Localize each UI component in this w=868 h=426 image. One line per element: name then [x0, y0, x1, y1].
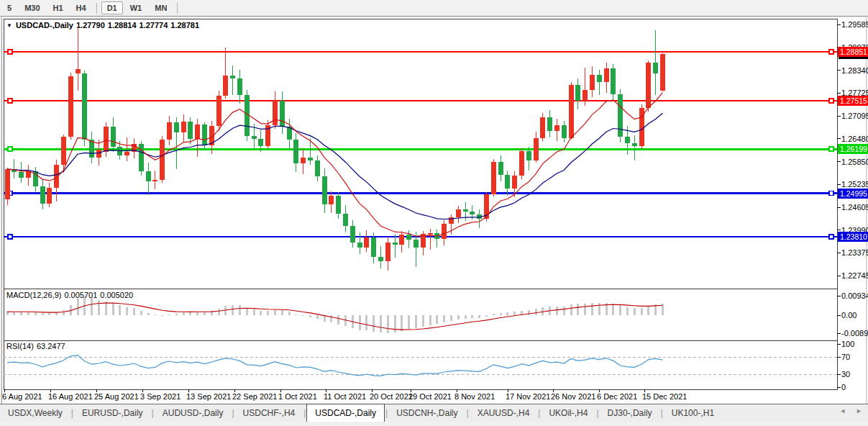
chart-tab-dj30-daily[interactable]: DJ30-,Daily — [600, 404, 660, 422]
line-handle[interactable] — [829, 235, 833, 239]
chart-tab-usdx-weekly[interactable]: USDX,Weekly — [0, 404, 70, 422]
candle-body-up — [181, 122, 186, 132]
line-handle[interactable] — [829, 147, 833, 151]
candle-body-down — [287, 127, 292, 139]
macd-histogram-bar — [6, 312, 9, 315]
candle-body-down — [653, 63, 658, 73]
timeframe-button-m30[interactable]: M30 — [19, 1, 45, 14]
date-axis-label: 6 Aug 2021 — [2, 392, 42, 401]
candle-body-up — [646, 63, 651, 108]
candle-body-down — [280, 101, 285, 127]
macd-histogram-bar — [147, 313, 150, 315]
timeframe-button-h4[interactable]: H4 — [70, 1, 92, 14]
candle-body-down — [618, 94, 623, 137]
price-axis-label: 1.22745 — [841, 271, 868, 280]
date-axis-label: 16 Aug 2021 — [48, 392, 93, 401]
rsi-axis-label: 100 — [841, 340, 854, 348]
candle-body-up — [519, 151, 524, 176]
candle-body-down — [40, 186, 45, 203]
macd-histogram-bar — [330, 315, 332, 322]
tab-scroll-left-icon[interactable]: ◄ — [839, 407, 846, 414]
candle-body-down — [378, 257, 383, 261]
candle-body-down — [393, 243, 398, 245]
candle-body-up — [61, 137, 66, 164]
symbol-dropdown-icon[interactable]: ▼ — [6, 22, 12, 29]
chart-tab-usdcnh-daily[interactable]: USDCNH-,Daily — [388, 404, 465, 422]
macd-histogram-bar — [112, 303, 114, 315]
level-price-label: 1.23810 — [840, 232, 867, 241]
candle-body-up — [554, 125, 559, 130]
macd-histogram-bar — [415, 315, 417, 328]
candle-body-down — [111, 127, 116, 147]
candle-body-up — [639, 108, 644, 146]
candle-body-up — [540, 117, 545, 138]
macd-histogram-bar — [105, 302, 107, 315]
date-axis-label: 17 Nov 2021 — [506, 392, 550, 401]
macd-histogram-bar — [126, 307, 128, 315]
chart-open-value: 1.27790 — [76, 21, 105, 30]
timeframe-button-mn[interactable]: MN — [149, 1, 173, 14]
line-handle[interactable] — [8, 50, 12, 54]
tab-scroll-right-icon[interactable]: ► — [856, 407, 862, 414]
chart-tab-uk100-h1[interactable]: UK100-,H1 — [664, 404, 722, 422]
line-handle[interactable] — [8, 235, 12, 239]
macd-histogram-bar — [161, 315, 163, 316]
macd-histogram-bar — [401, 315, 403, 331]
line-handle[interactable] — [829, 99, 833, 103]
candle-body-down — [258, 139, 263, 146]
macd-histogram-bar — [302, 315, 304, 316]
chart-tab-eurusd-daily[interactable]: EURUSD-,Daily — [74, 404, 151, 422]
macd-histogram-bar — [35, 312, 37, 315]
macd-histogram-bar — [232, 305, 234, 315]
timeframe-button-5[interactable]: 5 — [1, 1, 17, 14]
macd-histogram-bar — [422, 315, 424, 327]
macd-histogram-bar — [91, 297, 93, 315]
level-price-label: 1.24995 — [840, 189, 867, 198]
candle-body-up — [456, 209, 461, 217]
candle-body-down — [498, 162, 503, 174]
candle-body-up — [364, 237, 369, 248]
toolbar-separator — [177, 3, 178, 14]
line-handle[interactable] — [829, 50, 833, 54]
candle-body-down — [562, 125, 567, 137]
macd-histogram-bar — [119, 305, 121, 315]
tab-scroll-buttons: ◄ ► — [839, 407, 862, 414]
candle-body-down — [19, 172, 24, 178]
chart-tab-xauusd-h4[interactable]: XAUUSD-,H4 — [470, 404, 538, 422]
chart-tab-usdcad-daily[interactable]: USDCAD-,Daily — [306, 404, 385, 422]
chart-tab-ukoil-h4[interactable]: UKOil-,H4 — [541, 404, 595, 422]
timeframe-button-d1[interactable]: D1 — [101, 1, 123, 14]
macd-histogram-bar — [260, 311, 262, 315]
macd-histogram-bar — [365, 315, 367, 330]
macd-histogram-bar — [577, 304, 579, 315]
macd-histogram-bar — [612, 304, 614, 315]
rsi-indicator-label: RSI(14)63.2477 — [6, 342, 65, 350]
macd-name: MACD(12,26,9) — [6, 291, 61, 299]
candle-body-up — [68, 76, 73, 137]
macd-histogram-bar — [387, 315, 389, 333]
candle-body-up — [124, 152, 129, 155]
macd-histogram-bar — [647, 306, 649, 315]
candle-body-up — [660, 54, 665, 91]
candle-body-down — [625, 137, 630, 143]
price-axis-label: 1.24605 — [841, 203, 868, 212]
chart-tab-usdchf-h4[interactable]: USDCHF-,H4 — [235, 404, 303, 422]
price-axis-label: 1.27095 — [841, 112, 868, 120]
line-handle[interactable] — [829, 191, 833, 196]
timeframe-button-h1[interactable]: H1 — [47, 1, 69, 14]
line-handle[interactable] — [8, 147, 12, 151]
chart-tab-audusd-daily[interactable]: AUDUSD-,Daily — [155, 404, 232, 422]
candle-body-down — [463, 209, 468, 212]
candle-body-down — [188, 122, 193, 139]
candle-body-down — [230, 76, 235, 78]
candle-body-down — [252, 136, 257, 139]
candle-body-up — [512, 176, 517, 189]
line-handle[interactable] — [8, 99, 12, 103]
candle-body-down — [547, 117, 552, 130]
rsi-axis-label: 0 — [841, 383, 846, 391]
timeframe-button-w1[interactable]: W1 — [124, 1, 148, 14]
macd-histogram-bar — [619, 305, 621, 315]
macd-axis-label: 0.009345 — [841, 291, 868, 300]
candle-body-up — [590, 75, 595, 90]
timeframe-toolbar: 5M30H1H4D1W1MN — [0, 0, 868, 17]
